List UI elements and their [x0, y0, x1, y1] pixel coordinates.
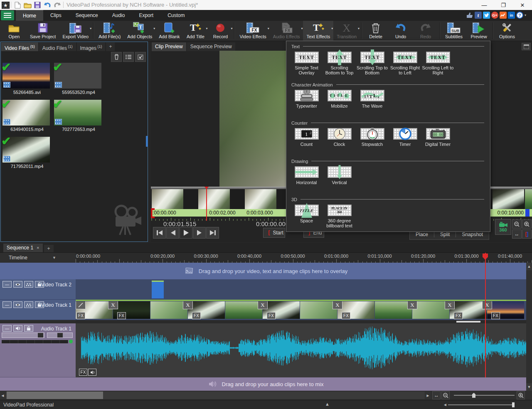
preview-zoom-out-button[interactable]: [512, 219, 522, 229]
transition-badge[interactable]: X: [258, 301, 268, 309]
facebook-icon[interactable]: f: [475, 12, 482, 19]
menu-tab-sequence[interactable]: Sequence: [69, 10, 105, 21]
transition-badge[interactable]: X: [183, 301, 193, 309]
effect-item-scrolling-top-to-bottom[interactable]: TEXTScrolling Top to Bottom: [356, 52, 389, 75]
timeline-playhead[interactable]: [485, 253, 486, 377]
nch-icon[interactable]: [500, 12, 507, 19]
redo-quick-icon[interactable]: [53, 1, 62, 9]
record-button[interactable]: ▾Record: [208, 21, 233, 41]
undo-quick-icon[interactable]: [43, 1, 52, 9]
preview-button[interactable]: Preview: [466, 21, 491, 41]
help-caret-icon[interactable]: ▾: [525, 13, 526, 17]
video-track-1-content[interactable]: FXXFXXFXXFXXFXXXFXXFX: [76, 300, 532, 320]
open-button[interactable]: Open: [2, 21, 27, 41]
add-file-s--button[interactable]: Add File(s): [95, 21, 124, 41]
googleplus-icon[interactable]: G+: [491, 12, 498, 19]
scroll-left-arrow[interactable]: ◄: [0, 392, 5, 399]
track-visibility-button[interactable]: [13, 281, 22, 288]
timeline-clip[interactable]: [150, 301, 187, 319]
media-file-card[interactable]: ✔634940015.mp4: [2, 100, 52, 132]
dock-preview-icon[interactable]: [522, 43, 531, 50]
timeline-clip[interactable]: [152, 281, 164, 298]
effect-item-space[interactable]: TITLESpace: [290, 204, 323, 223]
track-lock-button[interactable]: [24, 325, 33, 332]
media-file-card[interactable]: ✔55266485.avi: [2, 63, 52, 95]
open-project-icon[interactable]: [23, 1, 32, 9]
view-360-button[interactable]: 360: [495, 219, 511, 235]
media-file-card[interactable]: ✔559553520.mp4: [54, 63, 103, 95]
effect-item-360-degree-billboard-text[interactable]: PLACE IN360360 degree billboard text: [323, 204, 356, 228]
timeline-clip[interactable]: [300, 301, 337, 319]
media-scrollbar[interactable]: [146, 136, 148, 147]
hscroll-thumb[interactable]: [7, 392, 103, 399]
close-button[interactable]: ✕: [513, 0, 532, 10]
scroll-up-arrow[interactable]: ▲: [526, 263, 532, 270]
effect-item-typewriter[interactable]: TTypewriter: [290, 90, 323, 108]
video-track-2-content[interactable]: [76, 279, 532, 300]
media-file-card[interactable]: ✔717952011.mp4: [2, 137, 52, 169]
menu-tab-custom[interactable]: Custom: [160, 10, 192, 21]
effect-item-count[interactable]: 13Count: [290, 128, 323, 147]
add-objects-button[interactable]: T▾Add Objects: [124, 21, 155, 41]
tab-clip-preview[interactable]: Clip Preview: [152, 42, 186, 51]
save-project-button[interactable]: Save Project: [27, 21, 59, 41]
effect-item-mobilize[interactable]: TITLEMobilize: [323, 90, 356, 108]
clip-fx-badge[interactable]: FX: [454, 312, 463, 319]
overlay-drop-zone[interactable]: Drag and drop your video, text and image…: [0, 263, 532, 279]
master-volume-slider[interactable]: [448, 404, 515, 405]
hscroll-track[interactable]: [6, 392, 425, 399]
audio-volume-badge[interactable]: [88, 369, 96, 376]
effect-item-horizontal[interactable]: Horizontal: [290, 166, 323, 185]
pan-slider[interactable]: [47, 333, 73, 338]
scroll-down-arrow[interactable]: ▼: [526, 383, 532, 391]
linkedin-icon[interactable]: in: [508, 12, 515, 19]
go-to-start-button[interactable]: [153, 227, 166, 239]
effect-item-digital-timer[interactable]: 00:00Digital Timer: [421, 128, 454, 147]
add-bin-tab[interactable]: +: [106, 42, 115, 51]
effect-item-vertical[interactable]: Vertical: [323, 166, 356, 185]
prev-frame-button[interactable]: [166, 227, 179, 239]
list-view-icon[interactable]: [123, 52, 134, 62]
help-icon[interactable]: ?: [516, 12, 523, 19]
minimize-button[interactable]: —: [475, 0, 494, 10]
collapse-track-button[interactable]: —: [2, 301, 12, 308]
close-tab-icon[interactable]: ×: [37, 244, 39, 252]
menu-tab-clips[interactable]: Clips: [43, 10, 69, 21]
transition-badge[interactable]: X: [407, 301, 417, 309]
transition-badge[interactable]: X: [108, 301, 118, 309]
expand-panel-arrow[interactable]: ▲: [325, 402, 330, 407]
twitter-icon[interactable]: [483, 12, 490, 19]
in-out-markers-button[interactable]: []: [522, 229, 532, 239]
collapse-track-button[interactable]: —: [2, 281, 12, 288]
clip-playhead[interactable]: [206, 187, 207, 221]
set-start-button[interactable]: [Start: [263, 228, 285, 238]
main-menu-button[interactable]: [1, 10, 14, 20]
clip-fx-badge[interactable]: FX: [342, 312, 350, 319]
delete-button[interactable]: Delete: [363, 21, 388, 41]
clip-fx-badge[interactable]: FX: [491, 312, 500, 319]
effect-item-clock[interactable]: Clock: [323, 128, 356, 147]
export-video-button[interactable]: ▾Export Video: [59, 21, 92, 41]
media-file-card[interactable]: ✔702772653.mp4: [54, 100, 103, 132]
timeline-ruler[interactable]: 0:00:00.0000:00:20,0000:00:30,0000:00:40…: [76, 253, 532, 263]
go-to-end-button[interactable]: [206, 227, 219, 239]
dock-panel-icon[interactable]: [135, 52, 146, 62]
video-effects-button[interactable]: FX▾Video Effects: [236, 21, 269, 41]
menu-tab-audio[interactable]: Audio: [105, 10, 132, 21]
sequence-end-marker[interactable]: [525, 209, 530, 217]
clip-fx-badge[interactable]: FX: [192, 312, 201, 319]
preview-zoom-in-button[interactable]: [522, 219, 532, 229]
tab-audio-files[interactable]: Audio Files (1): [39, 42, 76, 51]
timeline-clip[interactable]: [375, 301, 412, 319]
effect-item-stopwatch[interactable]: Stopwatch: [356, 128, 389, 147]
track-visibility-button[interactable]: [13, 301, 22, 308]
timeline-zoom-out-button[interactable]: [441, 391, 450, 399]
transition-badge[interactable]: X: [482, 301, 492, 309]
effect-item-scrolling-left-to-right[interactable]: TEXTScrolling Left to Right: [421, 52, 454, 75]
track-mute-button[interactable]: [13, 325, 22, 332]
audio-drop-zone[interactable]: Drag and drop your audio clips here to m…: [0, 377, 532, 391]
add-blank-button[interactable]: Add Blank: [155, 21, 183, 41]
save-project-icon[interactable]: [33, 1, 42, 9]
menu-tab-export[interactable]: Export: [132, 10, 160, 21]
tab-sequence-1[interactable]: Sequence 1×: [3, 244, 43, 252]
